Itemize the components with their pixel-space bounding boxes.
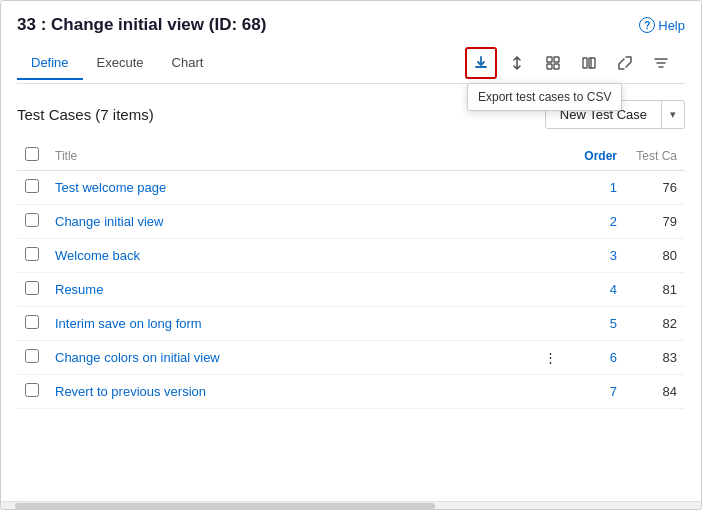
row-checkbox-2[interactable] [25, 213, 39, 227]
expand-button[interactable] [609, 47, 641, 79]
select-all-checkbox[interactable] [25, 147, 39, 161]
row-order-4: 4 [565, 273, 625, 307]
row-checkbox-5[interactable] [25, 315, 39, 329]
test-cases-table: Title Order Test Ca Test welcome page176… [17, 141, 685, 409]
row-order-2: 2 [565, 205, 625, 239]
help-link[interactable]: ? Help [639, 17, 685, 33]
section-header: Test Cases (7 items) New Test Case ▾ [17, 100, 685, 129]
table-row: Revert to previous version784 [17, 375, 685, 409]
row-testca-4: 81 [625, 273, 685, 307]
filter-button[interactable] [645, 47, 677, 79]
row-title-3[interactable]: Welcome back [55, 248, 140, 263]
row-testca-3: 80 [625, 239, 685, 273]
row-dots-3 [536, 239, 565, 273]
tabs: Define Execute Chart [17, 47, 217, 79]
col-header-dots [536, 141, 565, 171]
dropdown-arrow-icon: ▾ [670, 108, 676, 120]
svg-rect-2 [547, 64, 552, 69]
tabs-toolbar: Define Execute Chart Export test cases t… [17, 43, 685, 84]
row-dots-4 [536, 273, 565, 307]
row-dots-1 [536, 171, 565, 205]
header-top: 33 : Change initial view (ID: 68) ? Help [17, 15, 685, 35]
row-dots-6[interactable]: ⋮ [536, 341, 565, 375]
col-header-title: Title [47, 141, 536, 171]
help-icon: ? [639, 17, 655, 33]
row-title-1[interactable]: Test welcome page [55, 180, 166, 195]
row-checkbox-6[interactable] [25, 349, 39, 363]
table-row: Resume481 [17, 273, 685, 307]
row-title-7[interactable]: Revert to previous version [55, 384, 206, 399]
row-dots-2 [536, 205, 565, 239]
row-order-7: 7 [565, 375, 625, 409]
row-order-3: 3 [565, 239, 625, 273]
row-order-1: 1 [565, 171, 625, 205]
sort-button[interactable] [501, 47, 533, 79]
expand-icon [617, 55, 633, 71]
horizontal-scrollbar[interactable] [1, 501, 701, 509]
header: 33 : Change initial view (ID: 68) ? Help… [1, 1, 701, 84]
table-row: Change initial view279 [17, 205, 685, 239]
row-dots-5 [536, 307, 565, 341]
row-testca-1: 76 [625, 171, 685, 205]
help-label: Help [658, 18, 685, 33]
row-title-2[interactable]: Change initial view [55, 214, 163, 229]
row-testca-7: 84 [625, 375, 685, 409]
col-header-order: Order [565, 141, 625, 171]
tab-chart[interactable]: Chart [158, 47, 218, 80]
row-checkbox-3[interactable] [25, 247, 39, 261]
page-title: 33 : Change initial view (ID: 68) [17, 15, 266, 35]
row-testca-2: 79 [625, 205, 685, 239]
row-title-6[interactable]: Change colors on initial view [55, 350, 220, 365]
col-header-check [17, 141, 47, 171]
grid-icon [545, 55, 561, 71]
table-row: Welcome back380 [17, 239, 685, 273]
download-icon [473, 55, 489, 71]
new-test-case-button-group: New Test Case ▾ [545, 100, 685, 129]
row-title-5[interactable]: Interim save on long form [55, 316, 202, 331]
row-checkbox-4[interactable] [25, 281, 39, 295]
table-header-row: Title Order Test Ca [17, 141, 685, 171]
svg-rect-1 [554, 57, 559, 62]
new-test-case-dropdown-button[interactable]: ▾ [662, 101, 684, 128]
app-window: 33 : Change initial view (ID: 68) ? Help… [0, 0, 702, 510]
new-test-case-button[interactable]: New Test Case [546, 101, 662, 128]
table-row: Test welcome page176 [17, 171, 685, 205]
toolbar-icons: Export test cases to CSV [457, 43, 685, 83]
main-content: Test Cases (7 items) New Test Case ▾ Tit… [1, 84, 701, 501]
table-row: Interim save on long form582 [17, 307, 685, 341]
export-csv-button[interactable] [465, 47, 497, 79]
row-order-6: 6 [565, 341, 625, 375]
row-dots-7 [536, 375, 565, 409]
col-header-testca: Test Ca [625, 141, 685, 171]
row-checkbox-7[interactable] [25, 383, 39, 397]
row-checkbox-1[interactable] [25, 179, 39, 193]
svg-rect-0 [547, 57, 552, 62]
section-title: Test Cases (7 items) [17, 106, 154, 123]
columns-icon [581, 55, 597, 71]
tab-define[interactable]: Define [17, 47, 83, 80]
svg-rect-5 [589, 58, 595, 68]
tab-execute[interactable]: Execute [83, 47, 158, 80]
row-testca-5: 82 [625, 307, 685, 341]
row-title-4[interactable]: Resume [55, 282, 103, 297]
row-testca-6: 83 [625, 341, 685, 375]
filter-icon [653, 55, 669, 71]
svg-rect-3 [554, 64, 559, 69]
svg-rect-4 [583, 58, 587, 68]
grid-button[interactable] [537, 47, 569, 79]
sort-icon [509, 55, 525, 71]
columns-button[interactable] [573, 47, 605, 79]
scrollbar-thumb[interactable] [15, 503, 435, 509]
table-row: Change colors on initial view⋮683 [17, 341, 685, 375]
row-order-5: 5 [565, 307, 625, 341]
